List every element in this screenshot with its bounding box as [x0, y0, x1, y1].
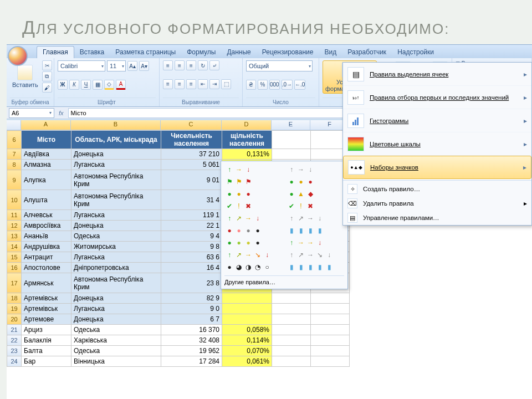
- icon-set-option[interactable]: ⚑⚑⚑: [224, 177, 282, 187]
- cell[interactable]: 9 8: [161, 242, 222, 252]
- cell[interactable]: Автономна Республіка Крим: [71, 273, 161, 293]
- cell[interactable]: [222, 293, 272, 304]
- col-header-e[interactable]: E: [272, 120, 310, 130]
- icon-set-option[interactable]: ↑↗→↓: [287, 213, 344, 223]
- cell[interactable]: Амвросіївка: [22, 221, 71, 231]
- icon-set-option[interactable]: ↑↗→↘↓: [287, 250, 344, 260]
- icon-set-option[interactable]: ▮▮▮▮: [287, 226, 344, 236]
- header-density[interactable]: щільність населення: [222, 131, 272, 149]
- cell[interactable]: [311, 346, 350, 356]
- icon-set-option[interactable]: ↑↗→↘↓: [224, 250, 282, 260]
- cell[interactable]: [272, 314, 311, 325]
- col-header-a[interactable]: A: [21, 120, 71, 130]
- icon-set-option[interactable]: ↑→→↓: [287, 238, 344, 248]
- percent-icon[interactable]: %: [258, 80, 268, 90]
- tab-home[interactable]: Главная: [37, 46, 74, 58]
- cell[interactable]: 0,131%: [222, 149, 272, 160]
- tab-data[interactable]: Данные: [221, 47, 256, 58]
- cell[interactable]: 0,058%: [222, 325, 272, 335]
- select-all-corner[interactable]: [7, 120, 21, 130]
- header-region[interactable]: Область, АРК, міськрада: [71, 131, 161, 149]
- cell[interactable]: 0,061%: [222, 356, 272, 367]
- col-header-c[interactable]: C: [161, 120, 222, 130]
- tab-developer[interactable]: Разработчик: [342, 47, 392, 58]
- cell[interactable]: [272, 293, 311, 304]
- copy-icon[interactable]: ⧉: [42, 71, 52, 81]
- icon-set-option[interactable]: ●●●: [224, 189, 282, 199]
- cell[interactable]: Арциз: [22, 325, 71, 335]
- currency-icon[interactable]: ₴: [246, 80, 256, 90]
- cf-manage-rules[interactable]: ▤Управление правилами…: [343, 211, 531, 225]
- cell[interactable]: [311, 314, 350, 325]
- icon-set-option[interactable]: ●●●: [287, 177, 344, 187]
- cell[interactable]: Автономна Республіка Крим: [71, 170, 161, 190]
- cell[interactable]: Артемове: [22, 314, 71, 325]
- cell[interactable]: [272, 304, 311, 314]
- cell[interactable]: Алмазна: [22, 160, 71, 170]
- cell[interactable]: [311, 356, 350, 367]
- office-button[interactable]: [8, 46, 28, 66]
- cell[interactable]: 17 284: [161, 356, 222, 367]
- cell[interactable]: Одеська: [71, 325, 161, 335]
- borders-icon[interactable]: ▦: [93, 80, 103, 90]
- cell[interactable]: Балта: [22, 346, 71, 356]
- icon-set-option[interactable]: ●●●●: [224, 226, 282, 236]
- icon-set-option[interactable]: ✔!✖: [224, 201, 282, 211]
- cell[interactable]: Донецька: [71, 314, 161, 325]
- bold-button[interactable]: Ж: [58, 80, 68, 90]
- cell[interactable]: Армянськ: [22, 273, 71, 293]
- cell[interactable]: 16 370: [161, 325, 222, 335]
- decrease-indent-icon[interactable]: ⇤: [198, 79, 208, 89]
- cell[interactable]: [222, 314, 272, 325]
- grow-font-icon[interactable]: A▴: [127, 61, 137, 71]
- shrink-font-icon[interactable]: A▾: [139, 61, 149, 71]
- row-header[interactable]: 13: [7, 231, 22, 242]
- row-header[interactable]: 11: [7, 210, 22, 221]
- cf-highlight-rules[interactable]: ▤ Правила выделения ячеек▸: [343, 63, 531, 86]
- cell[interactable]: Луганська: [71, 304, 161, 314]
- align-top-icon[interactable]: ≡: [163, 60, 173, 70]
- cell[interactable]: [272, 356, 311, 367]
- cell[interactable]: Авдіївка: [22, 149, 71, 160]
- icon-set-option[interactable]: ↑↗→↓: [224, 213, 282, 223]
- font-name-combo[interactable]: Calibri: [58, 60, 105, 71]
- cell[interactable]: 9 0: [161, 304, 222, 314]
- cell[interactable]: Апостолове: [22, 263, 71, 273]
- cell[interactable]: 82 9: [161, 293, 222, 304]
- cell[interactable]: [272, 335, 311, 346]
- cf-icon-sets[interactable]: ●▲◆ Наборы значков▸: [343, 156, 531, 179]
- row-header[interactable]: 16: [7, 263, 22, 273]
- row-header[interactable]: 15: [7, 252, 22, 263]
- cell[interactable]: 16 4: [161, 263, 222, 273]
- align-center-icon[interactable]: ≡: [175, 79, 185, 89]
- cell[interactable]: Донецька: [71, 293, 161, 304]
- cell[interactable]: [272, 325, 311, 335]
- cell[interactable]: Бар: [22, 356, 71, 367]
- icon-set-option[interactable]: ●◕◑◔○: [224, 262, 282, 272]
- cell[interactable]: Алупка: [22, 170, 71, 190]
- align-left-icon[interactable]: ≡: [163, 79, 173, 89]
- cell[interactable]: 9 4: [161, 231, 222, 242]
- cell[interactable]: Одеська: [71, 231, 161, 242]
- col-header-b[interactable]: B: [71, 120, 161, 130]
- cell[interactable]: Андрушівка: [22, 242, 71, 252]
- cf-data-bars[interactable]: Гистограммы▸: [343, 109, 531, 132]
- row-header[interactable]: 12: [7, 221, 22, 231]
- cell[interactable]: Артемівськ: [22, 293, 71, 304]
- font-size-combo[interactable]: 11: [107, 60, 126, 71]
- cf-clear-rules[interactable]: ⌫Удалить правила▸: [343, 196, 531, 211]
- col-header-d[interactable]: D: [222, 120, 272, 130]
- name-box[interactable]: A6▾: [9, 108, 54, 118]
- row-header[interactable]: 7: [7, 149, 22, 160]
- cell[interactable]: Донецька: [71, 149, 161, 160]
- tab-page-layout[interactable]: Разметка страницы: [110, 47, 181, 58]
- cell[interactable]: Антрацит: [22, 252, 71, 263]
- increase-indent-icon[interactable]: ⇥: [209, 79, 219, 89]
- icon-set-option[interactable]: ✔!✖: [287, 201, 344, 211]
- cell[interactable]: 0,114%: [222, 335, 272, 346]
- align-right-icon[interactable]: ≡: [186, 79, 196, 89]
- row-header[interactable]: 22: [7, 335, 22, 346]
- cell[interactable]: 5 061: [161, 160, 222, 170]
- cell[interactable]: [311, 325, 350, 335]
- cell[interactable]: Луганська: [71, 160, 161, 170]
